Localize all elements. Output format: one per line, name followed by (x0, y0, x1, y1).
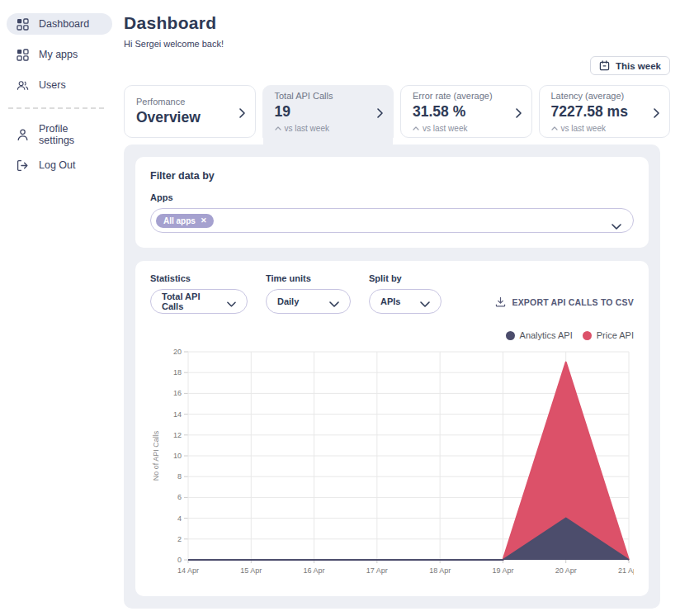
statistics-card: Statistics Total API Calls Time units Da… (135, 261, 649, 596)
sidebar-item-my-apps[interactable]: My apps (7, 44, 112, 65)
split-by-select[interactable]: APIs (369, 289, 442, 314)
statistics-label: Statistics (150, 273, 248, 283)
grid-icon (17, 49, 29, 61)
svg-text:18 Apr: 18 Apr (429, 566, 451, 575)
svg-text:16: 16 (173, 389, 182, 397)
sidebar-item-label: Users (39, 79, 66, 91)
legend-label: Price API (597, 330, 634, 340)
svg-text:No of API Calls: No of API Calls (152, 430, 160, 481)
apps-label: Apps (150, 192, 634, 202)
tab-total-api-calls[interactable]: Total API Calls 19 vs last week (262, 85, 394, 138)
legend-item-price-api[interactable]: Price API (583, 330, 634, 340)
tab-label: Latency (average) (551, 91, 628, 101)
chevron-right-icon (239, 107, 245, 116)
apps-multiselect[interactable]: All apps ✕ (150, 208, 634, 233)
chevron-up-icon (413, 126, 419, 130)
svg-text:21 Apr: 21 Apr (618, 566, 634, 575)
users-icon (17, 79, 29, 92)
sidebar-item-label: Dashboard (39, 18, 89, 30)
tab-compare: vs last week (275, 124, 333, 133)
svg-text:4: 4 (177, 514, 182, 523)
api-calls-chart: 0246810121416182014 Apr15 Apr16 Apr17 Ap… (150, 344, 634, 585)
tab-label: Total API Calls (275, 91, 333, 101)
chevron-up-icon (551, 126, 558, 130)
svg-text:20 Apr: 20 Apr (555, 566, 577, 575)
tab-label: Error rate (average) (413, 91, 493, 101)
chevron-down-icon (227, 299, 236, 305)
chip-label: All apps (163, 216, 196, 225)
legend-dot (506, 331, 515, 340)
grid-icon (17, 18, 29, 31)
sidebar-item-log-out[interactable]: Log Out (7, 154, 112, 176)
time-units-select[interactable]: Daily (266, 289, 351, 314)
legend-item-analytics-api[interactable]: Analytics API (506, 330, 573, 340)
dashboard-panel: Filter data by Apps All apps ✕ Statistic… (124, 145, 660, 609)
tab-value: 31.58 % (413, 103, 493, 121)
chevron-right-icon (654, 107, 659, 116)
split-by-label: Split by (369, 273, 442, 283)
legend-dot (583, 331, 592, 340)
tab-value: 7227.58 ms (551, 103, 628, 121)
sidebar: Dashboard My apps Users Profile settings… (0, 0, 112, 616)
svg-text:15 Apr: 15 Apr (240, 566, 262, 575)
statistics-value: Total API Calls (162, 291, 219, 311)
tab-latency[interactable]: Latency (average) 7227.58 ms vs last wee… (539, 85, 671, 138)
svg-text:10: 10 (173, 452, 182, 460)
svg-text:17 Apr: 17 Apr (366, 566, 388, 575)
svg-text:2: 2 (177, 535, 182, 543)
chevron-right-icon (516, 107, 522, 116)
tab-value: Overview (136, 109, 201, 126)
statistics-select[interactable]: Total API Calls (150, 289, 248, 314)
tab-performance-overview[interactable]: Perfomance Overview (124, 85, 256, 138)
export-csv-button[interactable]: EXPORT API CALLS TO CSV (495, 296, 634, 307)
page-subtitle: Hi Sergei welcome back! (124, 39, 670, 49)
export-csv-label: EXPORT API CALLS TO CSV (512, 297, 634, 307)
svg-text:19 Apr: 19 Apr (492, 566, 513, 575)
stat-tabs: Perfomance Overview Total API Calls 19 v… (124, 85, 670, 138)
chevron-down-icon (612, 218, 621, 224)
tab-error-rate[interactable]: Error rate (average) 31.58 % vs last wee… (400, 85, 532, 138)
svg-text:6: 6 (177, 493, 182, 501)
tab-compare: vs last week (551, 124, 628, 133)
sidebar-item-dashboard[interactable]: Dashboard (7, 13, 112, 35)
period-selector-button[interactable]: This week (590, 56, 670, 75)
svg-text:12: 12 (173, 431, 182, 439)
svg-text:0: 0 (177, 556, 182, 564)
logout-icon (17, 159, 29, 172)
apps-chip-all-apps[interactable]: All apps ✕ (156, 214, 214, 228)
sidebar-item-label: Profile settings (39, 123, 102, 146)
legend-label: Analytics API (520, 330, 573, 340)
svg-text:14 Apr: 14 Apr (177, 566, 199, 575)
chevron-down-icon (329, 299, 339, 305)
close-icon[interactable]: ✕ (201, 216, 207, 225)
svg-text:8: 8 (177, 472, 182, 481)
sidebar-divider (8, 107, 104, 109)
download-icon (495, 296, 506, 307)
time-units-value: Daily (277, 296, 299, 306)
period-selector-label: This week (616, 61, 661, 71)
time-units-label: Time units (266, 273, 351, 283)
split-by-value: APIs (380, 296, 400, 306)
chevron-right-icon (377, 107, 383, 116)
filter-card: Filter data by Apps All apps ✕ (135, 157, 649, 248)
svg-text:14: 14 (173, 410, 182, 419)
chart-legend: Analytics API Price API (150, 330, 634, 340)
svg-text:18: 18 (173, 368, 182, 377)
sidebar-item-label: My apps (39, 49, 78, 60)
tab-value: 19 (275, 103, 333, 121)
chevron-up-icon (275, 126, 281, 130)
calendar-icon (599, 60, 610, 71)
main-content: Dashboard Hi Sergei welcome back! This w… (112, 0, 680, 616)
svg-text:16 Apr: 16 Apr (304, 566, 325, 575)
tab-compare: vs last week (413, 124, 493, 133)
sidebar-item-users[interactable]: Users (7, 74, 112, 96)
chevron-down-icon (420, 299, 430, 305)
person-icon (17, 129, 29, 141)
filter-title: Filter data by (150, 170, 634, 182)
page-title: Dashboard (124, 13, 670, 33)
sidebar-item-profile-settings[interactable]: Profile settings (7, 124, 112, 145)
tab-label: Perfomance (136, 97, 201, 107)
sidebar-item-label: Log Out (39, 159, 75, 171)
svg-text:20: 20 (173, 348, 182, 356)
